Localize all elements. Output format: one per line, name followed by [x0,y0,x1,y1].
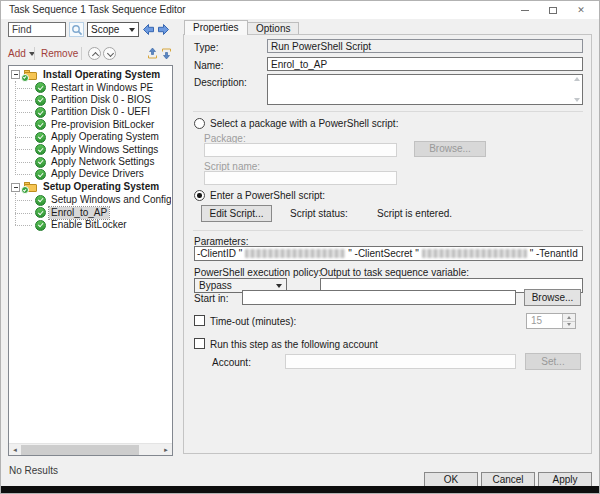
type-field[interactable] [267,39,583,53]
start-in-browse-button[interactable]: Browse... [524,289,581,306]
run-as-account-label: Run this step as the following account [210,339,378,350]
close-button[interactable]: ✕ [567,1,595,19]
tree-item-label[interactable]: Partition Disk 0 - BIOS [49,94,153,106]
tab-properties[interactable]: Properties [184,20,248,35]
expand-all-button[interactable] [160,47,173,60]
timeout-label: Time-out (minutes): [210,316,296,327]
toolbar-separator [81,47,82,60]
description-scrollbar [571,75,582,104]
collapse-all-button[interactable] [146,47,159,60]
redacted-client-secret [422,249,527,258]
tree-item[interactable]: Restart in Windows PE [35,82,171,94]
scrollbar-left-icon[interactable]: ◄ [9,444,21,455]
properties-tab-page: Type: Name: Description: Select a packag… [183,34,592,454]
collapse-expander-icon[interactable] [11,183,20,192]
status-bar-text: No Results [9,465,58,476]
account-field [285,354,516,369]
arrow-right-icon [157,23,170,36]
tree-item-label[interactable]: Apply Device Drivers [49,168,146,180]
package-field [204,143,397,157]
run-as-account-checkbox[interactable] [194,338,205,349]
name-field[interactable] [267,57,583,71]
parameters-field[interactable]: -ClientID " " -ClientSecret " " -TenantI… [194,246,583,261]
script-status-value: Script is entered. [377,208,452,219]
start-in-field[interactable] [242,290,516,305]
step-check-icon [35,107,46,118]
tree-item-label[interactable]: Partition Disk 0 - UEFI [49,106,152,118]
add-button[interactable]: Add [8,48,35,59]
scrollbar-thumb[interactable] [21,445,139,455]
step-check-icon [35,132,46,143]
tree-item-label[interactable]: Pre-provision BitLocker [49,119,156,131]
folder-check-icon [23,69,38,81]
start-in-label: Start in: [194,293,228,304]
select-package-radio[interactable] [194,118,205,129]
execution-policy-label: PowerShell execution policy: [194,267,321,278]
tree-item[interactable]: Partition Disk 0 - UEFI [35,106,171,118]
tree-item[interactable]: Partition Disk 0 - BIOS [35,94,171,106]
tree-item-label[interactable]: Enable BitLocker [49,219,129,231]
navigate-back-button[interactable] [142,23,155,36]
chevron-down-icon [276,284,282,288]
parameters-clientsecret-flag: " -ClientSecret " [348,248,418,259]
timeout-checkbox[interactable] [194,315,205,326]
set-account-button: Set... [525,353,581,370]
find-input[interactable] [8,22,66,37]
search-button[interactable] [69,22,84,37]
tree-item-label[interactable]: Enrol_to_AP [49,207,109,219]
minimize-icon [521,10,529,11]
window-title: Task Sequence 1 Task Sequence Editor [9,1,186,19]
task-sequence-editor-window: Task Sequence 1 Task Sequence Editor ✕ S… [0,0,600,494]
tree-group-label[interactable]: Setup Operating System [41,181,161,193]
tree-item-label[interactable]: Apply Network Settings [49,156,156,168]
output-variable-label: Output to task sequence variable: [320,267,469,278]
move-up-button[interactable] [88,47,101,60]
tree-item[interactable]: Apply Device Drivers [35,168,171,180]
scope-dropdown-value: Scope [91,24,119,35]
collapse-expander-icon[interactable] [11,70,20,79]
tree-item-label[interactable]: Apply Operating System [49,131,161,143]
spinner-down-button [563,321,575,329]
tree-group-setup-os[interactable]: Setup Operating System [11,181,171,194]
move-down-button[interactable] [103,47,116,60]
select-package-radio-row[interactable]: Select a package with a PowerShell scrip… [194,118,398,129]
tree-item[interactable]: Pre-provision BitLocker [35,119,171,131]
tree-item[interactable]: Apply Operating System [35,131,171,143]
tree-item-label[interactable]: Apply Windows Settings [49,144,160,156]
scroll-down-icon[interactable] [574,98,580,102]
step-check-icon [35,157,46,168]
tree-group-children: Restart in Windows PE Partition Disk 0 -… [35,82,171,181]
scope-dropdown[interactable]: Scope [87,22,139,37]
triangle-down-icon [567,323,571,326]
navigate-forward-button[interactable] [157,23,170,36]
tree-item-selected[interactable]: Enrol_to_AP [35,207,171,219]
enter-script-radio-row[interactable]: Enter a PowerShell script: [194,190,325,201]
maximize-icon [549,7,557,14]
step-check-icon [35,82,46,93]
edit-script-button[interactable]: Edit Script... [201,205,272,222]
triangle-up-icon [567,316,571,319]
maximize-button[interactable] [539,1,567,19]
name-label: Name: [194,60,223,71]
tree-item[interactable]: Enable BitLocker [35,219,171,231]
tree-item[interactable]: Setup Windows and Configuration Manager [35,194,171,206]
tree-group-label[interactable]: Install Operating System [41,69,162,81]
select-package-radio-label: Select a package with a PowerShell scrip… [210,118,398,129]
tree-group-install-os[interactable]: Install Operating System [11,68,171,81]
task-sequence-tree-panel: Install Operating System Restart in Wind… [8,65,173,456]
remove-button[interactable]: Remove [41,48,78,59]
enter-script-radio[interactable] [194,190,205,201]
description-field[interactable] [267,74,583,105]
account-label: Account: [212,357,251,368]
scrollbar-right-icon[interactable]: ► [160,444,172,455]
chevron-down-icon [129,28,135,32]
minimize-button[interactable] [511,1,539,19]
tree-item-label[interactable]: Restart in Windows PE [49,82,155,94]
parameters-tenantid-flag: " -TenantId [530,248,578,259]
scroll-up-icon[interactable] [574,77,580,81]
titlebar: Task Sequence 1 Task Sequence Editor ✕ [1,1,599,19]
tree-item[interactable]: Apply Windows Settings [35,143,171,155]
tree-item-label[interactable]: Setup Windows and Configuration Manager [49,194,171,206]
type-label: Type: [194,42,218,53]
tree-item[interactable]: Apply Network Settings [35,156,171,168]
